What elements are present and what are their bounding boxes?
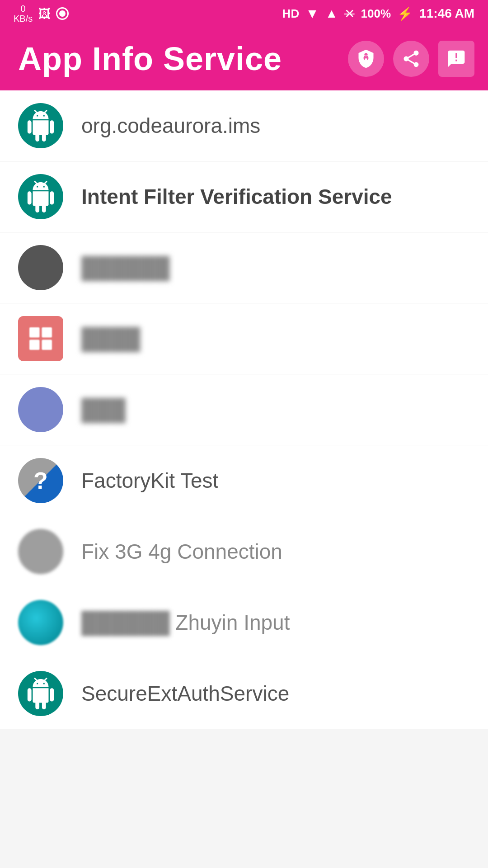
list-item[interactable]: ? FactoryKit Test [0,445,488,516]
svg-rect-3 [29,340,40,350]
battery-percent: 100% [361,7,391,21]
page-title: App Info Service [18,40,282,77]
app-name: ████ [81,326,140,351]
app-icon [18,671,63,716]
app-icon [18,245,63,290]
status-bar: 0KB/s 🖼 HD ▼ ▲ ✕ 100% ⚡ 11:46 AM [0,0,488,27]
app-name: org.codeaurora.ims [81,113,260,138]
ad-icon[interactable] [438,41,474,77]
status-right: HD ▼ ▲ ✕ 100% ⚡ 11:46 AM [282,6,474,21]
list-item[interactable]: ██████ [0,232,488,303]
app-name: ██████ [81,255,170,280]
data-speed: 0KB/s [14,4,33,24]
list-item[interactable]: Intent Filter Verification Service [0,161,488,232]
signal-icon: ▲ [325,6,338,21]
status-left: 0KB/s 🖼 [14,4,69,24]
list-item[interactable]: org.codeaurora.ims [0,90,488,161]
no-signal-icon: ✕ [344,6,355,21]
list-item[interactable]: Fix 3G 4g Connection [0,516,488,587]
app-name: ██████ Zhuyin Input [81,610,290,635]
app-icon [18,387,63,432]
app-icon [18,600,63,645]
app-icon [18,529,63,574]
app-name: Fix 3G 4g Connection [81,539,282,564]
shield-lock-icon[interactable] [348,41,384,77]
app-list: org.codeaurora.ims Intent Filter Verific… [0,90,488,729]
time: 11:46 AM [419,6,474,21]
app-icon [18,103,63,148]
app-icon: ? [18,458,63,503]
wifi-icon: ▼ [305,6,319,21]
list-item[interactable]: ██████ Zhuyin Input [0,587,488,658]
app-icon [18,316,63,361]
app-name: SecureExtAuthService [81,681,289,706]
gallery-icon: 🖼 [38,6,51,21]
svg-rect-4 [42,340,52,350]
share-icon[interactable] [393,41,429,77]
app-name: Intent Filter Verification Service [81,184,392,209]
list-item[interactable]: ███ [0,374,488,445]
list-item[interactable]: SecureExtAuthService [0,658,488,729]
svg-rect-1 [29,327,40,338]
app-icon [18,174,63,219]
app-name: FactoryKit Test [81,468,218,493]
svg-rect-2 [42,327,52,338]
hd-label: HD [282,7,300,21]
list-item[interactable]: ████ [0,303,488,374]
battery-icon: ⚡ [397,6,413,21]
record-icon [56,7,69,20]
svg-point-0 [365,58,367,61]
toolbar-icons [348,41,474,77]
toolbar: App Info Service [0,27,488,90]
app-name: ███ [81,397,126,422]
